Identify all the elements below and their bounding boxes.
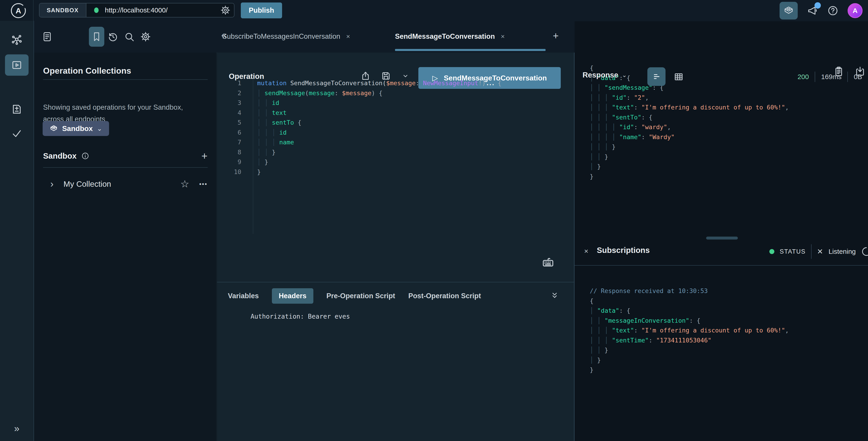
help-icon xyxy=(827,5,839,16)
search-button[interactable] xyxy=(124,31,135,42)
tab-headers[interactable]: Headers xyxy=(272,288,313,304)
response-header: Response ⌄ 200 169ms 0B xyxy=(575,66,868,89)
topbar-right-actions: A xyxy=(780,2,863,20)
chevron-down-icon: ⌄ xyxy=(97,125,102,132)
subscriptions-title: Subscriptions xyxy=(597,246,650,255)
tab-subscribe-to-messages[interactable]: SubscribeToMessagesInConversation × xyxy=(222,21,350,52)
schema-nav-button[interactable] xyxy=(0,34,34,46)
subscriptions-header: × Subscriptions STATUS ✕ Listening xyxy=(575,245,868,259)
apollo-sandbox-app: A SANDBOX http://localhost:4000/ Publish xyxy=(0,0,868,441)
close-subscriptions-icon[interactable]: × xyxy=(584,247,588,255)
table-view-button[interactable] xyxy=(674,72,684,82)
diff-document-icon xyxy=(11,103,23,115)
scope-dropdown[interactable]: Sandbox ⌄ xyxy=(43,121,109,136)
collapse-subpanel-button[interactable] xyxy=(550,291,559,301)
graph-icon xyxy=(11,34,23,46)
add-tab-button[interactable]: + xyxy=(553,31,559,41)
status-code-badge: 200 xyxy=(798,73,809,81)
clipboard-icon xyxy=(833,66,844,77)
section-title: Sandbox xyxy=(43,151,76,161)
collections-button[interactable] xyxy=(89,27,104,47)
endpoint-url-bar[interactable]: SANDBOX http://localhost:4000/ xyxy=(39,3,235,18)
stop-listening-icon[interactable]: ✕ xyxy=(817,247,823,256)
history-icon xyxy=(107,31,118,42)
history-button[interactable] xyxy=(107,31,118,42)
subscriptions-divider xyxy=(575,265,868,266)
ellipsis-menu-icon[interactable]: ••• xyxy=(199,181,208,188)
tab-post-operation-script[interactable]: Post-Operation Script xyxy=(408,292,481,300)
operation-editor-panel: Operation ▷ SendMessageToConversation 1m… xyxy=(217,53,574,441)
divider xyxy=(43,167,208,168)
operation-collections-panel: Operation Collections Showing saved oper… xyxy=(34,53,217,441)
json-view-button[interactable] xyxy=(647,67,665,86)
divider xyxy=(811,244,811,259)
download-response-button[interactable] xyxy=(855,66,866,77)
download-icon xyxy=(855,66,866,77)
close-tab-icon[interactable]: × xyxy=(346,33,350,40)
subscription-status-dot xyxy=(769,249,774,254)
headers-editor-content[interactable]: Authorization: Bearer eves xyxy=(251,313,350,320)
chevron-down-icon: ⌄ xyxy=(622,72,627,79)
keyboard-shortcuts-button[interactable] xyxy=(542,255,554,268)
left-rail: » xyxy=(0,21,34,441)
spinner-icon xyxy=(861,246,868,257)
response-stats: 200 169ms 0B xyxy=(798,72,862,82)
checks-nav-button[interactable] xyxy=(0,127,34,140)
collection-list-item[interactable]: › My Collection ☆ ••• xyxy=(43,176,208,192)
help-button[interactable] xyxy=(827,5,839,16)
response-title-label: Response xyxy=(583,71,618,79)
explorer-nav-button[interactable] xyxy=(5,55,29,76)
star-icon[interactable]: ☆ xyxy=(180,179,189,189)
copy-response-button[interactable] xyxy=(833,66,844,77)
listening-label: Listening xyxy=(829,248,856,256)
close-tab-icon[interactable]: × xyxy=(501,33,505,40)
topbar-divider xyxy=(33,0,34,21)
divider xyxy=(43,79,208,80)
keyboard-icon xyxy=(542,255,554,268)
subscriptions-status: STATUS ✕ Listening xyxy=(769,245,868,258)
topbar: A SANDBOX http://localhost:4000/ Publish xyxy=(0,0,868,21)
status-label: STATUS xyxy=(780,248,806,255)
avatar[interactable]: A xyxy=(847,3,863,18)
tab-variables[interactable]: Variables xyxy=(228,292,259,300)
panel-drag-handle[interactable] xyxy=(706,237,738,240)
sandbox-cube-icon xyxy=(783,5,794,16)
endpoint-url-input[interactable]: http://localhost:4000/ xyxy=(105,6,168,14)
search-icon xyxy=(124,31,135,42)
double-chevron-down-icon xyxy=(550,291,559,301)
divider xyxy=(815,72,815,82)
collection-name: My Collection xyxy=(63,179,111,189)
tab-label: SendMessageToConversation xyxy=(395,32,495,40)
sandbox-cube-icon xyxy=(50,124,58,133)
connection-settings-icon[interactable] xyxy=(220,5,230,15)
notification-dot xyxy=(814,2,821,9)
sandbox-badge: SANDBOX xyxy=(39,3,86,17)
changelog-nav-button[interactable] xyxy=(0,103,34,115)
active-tab-underline xyxy=(395,49,546,51)
info-icon xyxy=(81,152,89,160)
operation-subtabs: Variables Headers Pre-Operation Script P… xyxy=(228,288,481,304)
tab-send-message[interactable]: SendMessageToConversation × xyxy=(395,21,505,52)
graphql-editor[interactable]: 1mutation SendMessageToConversation($mes… xyxy=(217,78,501,177)
chevron-right-icon[interactable]: › xyxy=(50,179,54,189)
explorer-icon xyxy=(11,59,23,71)
document-icon xyxy=(42,31,53,42)
expand-rail-icon[interactable]: » xyxy=(0,424,34,433)
panel-title: Operation Collections xyxy=(43,66,131,76)
checkmark-icon xyxy=(11,127,23,140)
align-left-icon xyxy=(651,71,662,82)
add-collection-button[interactable]: + xyxy=(202,151,208,161)
sandbox-mode-button[interactable] xyxy=(780,2,798,20)
tab-pre-operation-script[interactable]: Pre-Operation Script xyxy=(327,292,395,300)
logo-notch xyxy=(23,4,27,8)
response-panel: {│ "data": {│ │ "sendMessage": {│ │ │ "i… xyxy=(575,21,868,441)
documentation-button[interactable] xyxy=(42,31,53,42)
response-title[interactable]: Response ⌄ xyxy=(583,71,627,79)
logo-letter: A xyxy=(16,6,21,15)
divider xyxy=(847,72,848,82)
explorer-settings-button[interactable] xyxy=(140,31,151,42)
collection-section-header: Sandbox + xyxy=(43,149,208,162)
announcements-button[interactable] xyxy=(807,5,818,16)
publish-button[interactable]: Publish xyxy=(241,2,282,19)
apollo-logo[interactable]: A xyxy=(11,3,26,18)
